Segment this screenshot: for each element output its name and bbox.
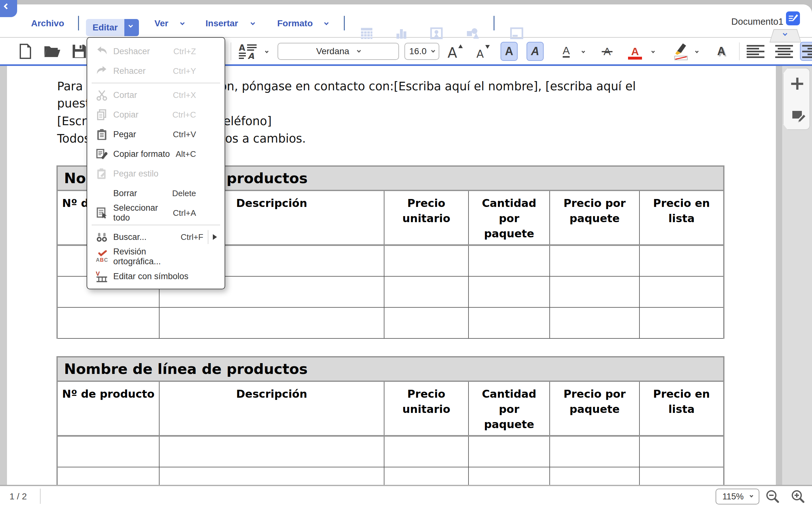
bold-button[interactable]: A [501, 42, 518, 61]
undo-icon [96, 45, 108, 58]
menu-editar[interactable]: Editar [86, 19, 139, 36]
new-document-button[interactable] [16, 38, 34, 65]
italic-button[interactable]: A [526, 42, 544, 61]
status-bar: 1 / 2 115% [0, 485, 812, 507]
character-shading-button[interactable]: A [712, 38, 731, 65]
menubar-divider [78, 16, 79, 31]
menu-item-editar-con-simbolos[interactable]: V Editar con símbolos [87, 267, 224, 286]
svg-text:A: A [448, 45, 457, 60]
collapse-toolbar-button[interactable] [769, 29, 801, 43]
select-all-icon [96, 207, 108, 219]
menu-item-pegar-estilo: Pegar estilo [87, 164, 224, 183]
svg-text:B: B [100, 257, 104, 263]
submenu-arrow-icon [208, 230, 217, 244]
strikethrough-button[interactable]: A [598, 38, 617, 65]
window-top-strip [0, 0, 812, 4]
menu-item-copiar: CopiarCtrl+C [87, 105, 224, 124]
highlight-button[interactable] [666, 38, 690, 65]
menu-item-copiar-formato[interactable]: Copiar formatoAlt+C [87, 144, 224, 164]
underline-button[interactable]: A [557, 38, 575, 65]
paste-style-icon [96, 167, 108, 180]
menu-item-revision-ortografica[interactable]: ABC Revisión ortográfica... [87, 247, 224, 267]
redo-icon [96, 65, 108, 77]
scissors-icon [96, 89, 108, 101]
font-size-value: 16.0 [409, 46, 426, 56]
svg-text:A: A [96, 257, 100, 263]
menu-item-deshacer: DeshacerCtrl+Z [87, 42, 224, 61]
chevron-down-icon [251, 21, 254, 26]
menubar: Archivo Editar Ver Insertar Formato [0, 4, 812, 38]
app-window: Archivo Editar Ver Insertar Formato [0, 0, 812, 507]
zoom-in-button[interactable] [791, 489, 806, 504]
chevron-down-icon[interactable] [262, 38, 271, 65]
menu-divider [92, 225, 220, 225]
align-left-button[interactable] [746, 38, 765, 65]
menu-formato[interactable]: Formato [277, 18, 313, 29]
table-row[interactable] [57, 307, 724, 338]
back-button[interactable] [0, 0, 17, 17]
edit-menu-dropdown: DeshacerCtrl+Z RehacerCtrl+Y CortarCtrl+… [87, 37, 225, 289]
font-color-button[interactable]: A [625, 38, 645, 65]
chevron-down-icon [325, 21, 328, 26]
symbols-icon: V [96, 270, 108, 283]
increase-font-size-button[interactable]: A [445, 38, 466, 65]
page-left-gutter [0, 66, 7, 485]
chevron-down-icon[interactable] [692, 38, 702, 65]
font-family-select[interactable]: Verdana [277, 43, 399, 60]
rename-document-icon[interactable] [786, 11, 800, 25]
copy-icon [96, 108, 108, 121]
toolbar-divider [231, 43, 231, 60]
decrease-font-size-button[interactable]: A [473, 38, 493, 65]
chevron-down-icon [750, 494, 753, 498]
format-painter-icon [96, 148, 108, 160]
menu-item-borrar[interactable]: BorrarDelete [87, 183, 224, 203]
menu-item-pegar[interactable]: PegarCtrl+V [87, 124, 224, 144]
chevron-down-icon[interactable] [648, 38, 658, 65]
svg-text:C: C [104, 257, 108, 263]
menubar-divider [344, 16, 345, 31]
chevron-down-icon [357, 49, 361, 53]
chevron-down-icon[interactable] [578, 38, 588, 65]
clipboard-icon [96, 128, 108, 141]
edit-shape-icon[interactable] [791, 109, 806, 124]
menu-item-cortar: CortarCtrl+X [87, 85, 224, 105]
menu-editar-label: Editar [86, 22, 124, 33]
back-chevron-icon [3, 3, 10, 9]
chevron-down-icon [431, 49, 435, 53]
menu-item-buscar[interactable]: Buscar... Ctrl+F [87, 227, 224, 247]
table-row[interactable] [57, 467, 724, 485]
toolbar-divider [739, 43, 740, 60]
add-annotation-icon[interactable] [791, 78, 803, 90]
document-title: Documento1 [731, 16, 783, 27]
side-tools-flap [783, 68, 810, 130]
font-size-select[interactable]: 16.0 [404, 43, 439, 60]
zoom-out-button[interactable] [765, 489, 780, 504]
menu-divider [92, 83, 220, 83]
open-file-button[interactable] [42, 38, 62, 65]
product-table-2: Nombre de línea de productos Nº de produ… [56, 356, 724, 485]
spellcheck-icon: ABC [96, 250, 108, 263]
align-right-button[interactable] [800, 42, 812, 61]
table-row[interactable] [57, 436, 724, 467]
col-header: Cantidad por paquete [468, 381, 550, 436]
col-header: Descripción [159, 381, 384, 436]
menu-insertar[interactable]: Insertar [206, 18, 238, 29]
svg-text:V: V [96, 270, 100, 277]
menu-item-seleccionar-todo[interactable]: Seleccionar todoCtrl+A [87, 203, 224, 223]
page-indicator: 1 / 2 [9, 492, 27, 502]
col-header: Precio unitario [384, 381, 468, 436]
col-header: Precio unitario [384, 190, 468, 245]
statusbar-divider [40, 489, 41, 504]
no-icon [96, 187, 108, 200]
text-style-button[interactable]: AA [236, 38, 260, 65]
chevron-down-icon [129, 23, 133, 27]
col-header: Cantidad por paquete [468, 190, 550, 245]
scrollbar[interactable] [776, 66, 782, 485]
chevron-down-icon [181, 21, 184, 26]
menu-ver[interactable]: Ver [154, 18, 168, 29]
menu-archivo[interactable]: Archivo [31, 18, 64, 29]
save-button[interactable] [70, 38, 89, 65]
menu-editar-dropdown-button[interactable] [124, 19, 139, 36]
zoom-level-select[interactable]: 115% [716, 489, 759, 504]
col-header: Precio por paquete [550, 381, 640, 436]
